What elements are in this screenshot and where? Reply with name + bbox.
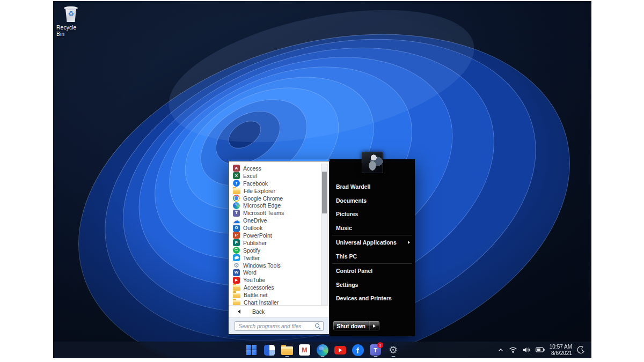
app-label: YouTube: [243, 277, 265, 283]
app-item-facebook[interactable]: fFacebook: [229, 180, 329, 187]
back-arrow-icon: [238, 309, 240, 314]
recycle-bin[interactable]: Recycle Bin: [56, 5, 85, 37]
taskbar-file-explorer-icon[interactable]: [280, 342, 294, 358]
start-menu-item-devices-and-printers[interactable]: Devices and Printers: [336, 294, 412, 302]
system-tray: 10:57 AM 8/6/2021: [497, 342, 585, 358]
app-item-microsoft-edge[interactable]: Microsoft Edge: [229, 202, 329, 209]
search-box[interactable]: [235, 321, 324, 331]
app-item-outlook[interactable]: OOutlook: [229, 224, 329, 232]
app-label: Microsoft Edge: [243, 202, 281, 209]
teams-icon: T: [233, 210, 240, 217]
app-label: Access: [243, 165, 261, 172]
battery-icon[interactable]: [536, 347, 545, 353]
taskbar-settings-icon[interactable]: ⚙: [386, 342, 400, 358]
wifi-icon[interactable]: [509, 346, 517, 353]
app-label: Word: [243, 269, 257, 276]
app-item-windows-tools[interactable]: ⚙Windows Tools: [229, 262, 329, 269]
app-item-youtube[interactable]: ▶YouTube: [229, 276, 329, 284]
running-indicator: [285, 356, 289, 358]
taskbar-mail-icon[interactable]: M: [298, 342, 312, 358]
tray-time: 10:57 AM: [550, 344, 572, 350]
running-indicator: [391, 356, 395, 358]
focus-assist-moon-icon[interactable]: [577, 346, 585, 354]
shutdown-button[interactable]: Shut down: [333, 321, 380, 331]
outlook-icon: O: [233, 225, 240, 232]
app-item-publisher[interactable]: PPublisher: [229, 239, 329, 247]
running-indicator: [320, 356, 324, 358]
app-item-powerpoint[interactable]: PPowerPoint: [229, 232, 329, 239]
back-label: Back: [252, 308, 265, 315]
tray-chevron-up-icon[interactable]: [497, 347, 504, 353]
user-name[interactable]: Brad Wardell: [336, 183, 412, 190]
app-item-spotify[interactable]: Spotify: [229, 247, 329, 254]
file-explorer-logo: [281, 346, 293, 355]
start-menu-item-settings[interactable]: Settings: [336, 281, 412, 289]
app-label: Publisher: [243, 240, 267, 246]
app-label: Google Chrome: [243, 195, 283, 202]
start-menu-item-this-pc[interactable]: This PC: [336, 253, 412, 260]
publisher-icon: P: [233, 239, 240, 246]
scrollbar[interactable]: [321, 164, 328, 305]
app-item-microsoft-teams[interactable]: TMicrosoft Teams: [229, 209, 329, 217]
shutdown-options-arrow[interactable]: [369, 321, 379, 330]
folder-icon: [233, 293, 240, 299]
back-button[interactable]: Back: [229, 305, 329, 317]
scrollbar-thumb[interactable]: [322, 172, 327, 213]
start-menu-item-control-panel[interactable]: Control Panel: [336, 267, 412, 275]
start-menu: AAccessXExcelfFacebookFile ExplorerGoogl…: [228, 159, 415, 336]
user-avatar[interactable]: [362, 152, 383, 173]
youtube-icon: ▶: [233, 277, 240, 284]
windows-tools-icon: ⚙: [233, 262, 240, 269]
start-menu-right-pane: Brad Wardell DocumentsPicturesMusicUnive…: [330, 159, 415, 336]
app-item-onedrive[interactable]: ☁OneDrive: [229, 217, 329, 224]
app-item-access[interactable]: AAccess: [229, 165, 329, 172]
volume-icon[interactable]: [522, 346, 531, 353]
folder-icon: [233, 188, 240, 194]
spotify-icon: [233, 247, 240, 254]
edge-icon: [233, 202, 240, 209]
app-label: Excel: [243, 173, 257, 179]
shutdown-label: Shut down: [333, 323, 369, 329]
app-item-battle-net[interactable]: Battle.net: [229, 291, 329, 299]
taskbar-edge-icon[interactable]: [316, 342, 330, 358]
taskbar-widgets-icon[interactable]: [262, 342, 276, 358]
app-label: Battle.net: [244, 292, 267, 298]
onedrive-icon: ☁: [233, 217, 240, 224]
desktop[interactable]: Recycle Bin AAccessXExcelfFacebookFile E…: [53, 1, 591, 358]
folder-icon: [233, 285, 240, 291]
widgets-logo: [264, 345, 275, 356]
recycle-bin-icon: [64, 5, 78, 23]
app-item-file-explorer[interactable]: File Explorer: [229, 187, 329, 195]
taskbar-facebook-icon[interactable]: f: [351, 342, 365, 358]
taskbar-start-icon[interactable]: [245, 342, 259, 358]
start-menu-item-documents[interactable]: Documents: [336, 197, 412, 204]
running-indicator: [374, 356, 377, 358]
start-menu-item-pictures[interactable]: Pictures: [336, 210, 412, 218]
taskbar-icons: MfT1⚙: [245, 342, 400, 358]
app-item-accessories[interactable]: Accessories: [229, 284, 329, 291]
app-list: AAccessXExcelfFacebookFile ExplorerGoogl…: [229, 161, 329, 305]
app-item-excel[interactable]: XExcel: [229, 172, 329, 180]
app-item-twitter[interactable]: Twitter: [229, 254, 329, 262]
twitter-icon: [233, 254, 240, 261]
start-menu-item-music[interactable]: Music: [336, 224, 412, 232]
app-label: Outlook: [243, 225, 262, 231]
access-icon: A: [233, 165, 240, 172]
search-icon: [315, 323, 320, 329]
start-menu-item-universal-applications[interactable]: Universal Applications: [336, 239, 412, 246]
settings-gear-logo: ⚙: [389, 345, 398, 355]
taskbar-youtube-icon[interactable]: [333, 342, 347, 358]
app-item-google-chrome[interactable]: Google Chrome: [229, 195, 329, 202]
app-label: Spotify: [243, 247, 260, 254]
notification-badge: 1: [377, 342, 383, 348]
app-label: Microsoft Teams: [243, 210, 284, 216]
facebook-icon: f: [233, 180, 240, 187]
clock[interactable]: 10:57 AM 8/6/2021: [550, 344, 572, 356]
start-logo: [246, 345, 257, 356]
taskbar-teams-icon[interactable]: T1: [369, 342, 383, 358]
search-area: [229, 317, 329, 334]
app-item-word[interactable]: WWord: [229, 269, 329, 276]
app-item-chart-installer[interactable]: Chart Installer: [229, 299, 329, 305]
app-label: File Explorer: [244, 188, 275, 194]
search-input[interactable]: [238, 323, 315, 330]
